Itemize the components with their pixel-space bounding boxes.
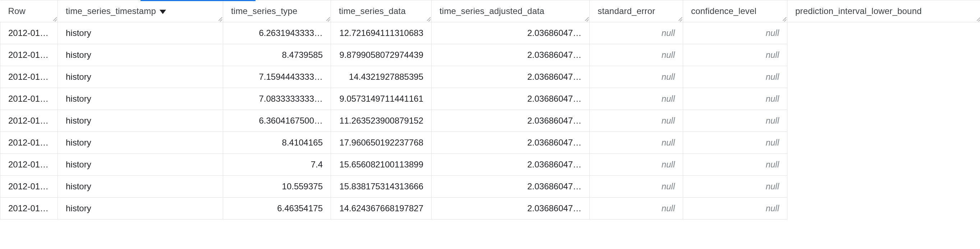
cell-time_series_adjusted_data: 9.0573149711441161 [331, 88, 431, 110]
cell-standard_error: 2.03686047… [431, 176, 590, 198]
column-resize-handle[interactable] [974, 15, 980, 21]
header-row: Rowtime_series_timestamptime_series_type… [0, 0, 980, 22]
cell-confidence_level: null [590, 110, 683, 132]
column-resize-handle[interactable] [676, 15, 682, 21]
cell-time_series_adjusted_data: 17.960650192237768 [331, 132, 431, 154]
column-resize-handle[interactable] [424, 15, 431, 21]
column-header-label: time_series_adjusted_data [439, 6, 544, 16]
cell-time_series_adjusted_data: 11.263523900879152 [331, 110, 431, 132]
table-row[interactable]: 52012-01-05 00:00:00 UTChistory6.3604167… [0, 110, 980, 132]
table-row[interactable]: 82012-01-08 00:00:00 UTChistory10.559375… [0, 176, 980, 198]
cell-time_series_timestamp: 2012-01-05 00:00:00 UTC [0, 110, 58, 132]
cell-value: history [66, 94, 91, 103]
null-value: null [766, 203, 779, 213]
cell-confidence_level: null [590, 154, 683, 176]
cell-value: 2.03686047… [527, 28, 581, 38]
cell-prediction_interval_lower_bound: null [683, 66, 788, 88]
cell-prediction_interval_lower_bound: null [683, 198, 788, 219]
null-value: null [766, 116, 779, 125]
column-header-time_series_timestamp[interactable]: time_series_timestamp [58, 0, 223, 22]
cell-value: 2.03686047… [527, 72, 581, 82]
null-value: null [662, 50, 675, 60]
cell-time_series_adjusted_data: 14.624367668197827 [331, 198, 431, 219]
cell-time_series_type: history [58, 176, 223, 198]
table-row[interactable]: 42012-01-04 00:00:00 UTChistory7.0833333… [0, 88, 980, 110]
cell-value: 9.8799058072974439 [339, 50, 423, 60]
cell-time_series_adjusted_data: 15.656082100113899 [331, 154, 431, 176]
cell-value: 2.03686047… [527, 181, 581, 191]
null-value: null [766, 72, 779, 82]
cell-time_series_adjusted_data: 14.4321927885395 [331, 66, 431, 88]
table-row[interactable]: 12012-01-01 00:00:00 UTChistory6.2631943… [0, 22, 980, 44]
null-value: null [766, 50, 779, 60]
cell-value: 6.3604167500… [259, 116, 323, 125]
cell-value: 14.4321927885395 [349, 72, 423, 82]
cell-standard_error: 2.03686047… [431, 154, 590, 176]
column-header-prediction_interval_lower_bound[interactable]: prediction_interval_lower_bound [788, 0, 980, 22]
cell-time_series_data: 7.4 [223, 154, 331, 176]
cell-standard_error: 2.03686047… [431, 88, 590, 110]
table-row[interactable]: 72012-01-07 00:00:00 UTChistory7.415.656… [0, 154, 980, 176]
column-resize-handle[interactable] [780, 15, 786, 21]
cell-time_series_timestamp: 2012-01-01 00:00:00 UTC [0, 22, 58, 44]
table-row[interactable]: 22012-01-02 00:00:00 UTChistory8.4739585… [0, 44, 980, 66]
cell-value: 6.46354175 [277, 203, 323, 213]
cell-time_series_timestamp: 2012-01-02 00:00:00 UTC [0, 44, 58, 66]
cell-time_series_data: 8.4739585 [223, 44, 331, 66]
cell-time_series_type: history [58, 44, 223, 66]
cell-prediction_interval_lower_bound: null [683, 154, 788, 176]
cell-value: history [66, 116, 91, 125]
cell-value: 2.03686047… [527, 203, 581, 213]
cell-time_series_data: 10.559375 [223, 176, 331, 198]
cell-value: 8.4739585 [282, 50, 323, 60]
cell-time_series_adjusted_data: 12.721694111310683 [331, 22, 431, 44]
column-header-confidence_level[interactable]: confidence_level [683, 0, 788, 22]
cell-value: history [66, 28, 91, 38]
cell-value: 17.960650192237768 [339, 138, 423, 147]
null-value: null [662, 116, 675, 125]
cell-value: 2012-01-01 00:00:00 UTC [8, 28, 58, 38]
column-header-time_series_type[interactable]: time_series_type [223, 0, 331, 22]
table-row[interactable]: 92012-01-09 00:00:00 UTChistory6.4635417… [0, 198, 980, 219]
cell-value: 2012-01-09 00:00:00 UTC [8, 203, 58, 213]
cell-time_series_timestamp: 2012-01-03 00:00:00 UTC [0, 66, 58, 88]
null-value: null [662, 94, 675, 103]
cell-value: 8.4104165 [282, 138, 323, 147]
null-value: null [766, 181, 779, 191]
column-header-standard_error[interactable]: standard_error [590, 0, 683, 22]
cell-value: 11.263523900879152 [339, 116, 423, 125]
results-table: Rowtime_series_timestamptime_series_type… [0, 0, 980, 219]
column-header-time_series_adjusted_data[interactable]: time_series_adjusted_data [431, 0, 590, 22]
column-header-label: confidence_level [691, 6, 756, 16]
column-header-label: time_series_data [339, 6, 406, 16]
cell-value: history [66, 72, 91, 82]
cell-value: 2012-01-04 00:00:00 UTC [8, 94, 58, 103]
table-row[interactable]: 32012-01-03 00:00:00 UTChistory7.1594443… [0, 66, 980, 88]
column-resize-handle[interactable] [582, 15, 589, 21]
column-header-time_series_data[interactable]: time_series_data [331, 0, 431, 22]
cell-time_series_adjusted_data: 15.838175314313666 [331, 176, 431, 198]
sort-descending-icon[interactable] [159, 10, 166, 14]
cell-standard_error: 2.03686047… [431, 22, 590, 44]
cell-value: 2012-01-05 00:00:00 UTC [8, 116, 58, 125]
cell-time_series_data: 7.1594443333… [223, 66, 331, 88]
column-resize-handle[interactable] [216, 15, 222, 21]
column-resize-handle[interactable] [50, 15, 57, 21]
cell-standard_error: 2.03686047… [431, 44, 590, 66]
column-header-row[interactable]: Row [0, 0, 58, 22]
cell-time_series_timestamp: 2012-01-07 00:00:00 UTC [0, 154, 58, 176]
cell-time_series_data: 7.0833333333… [223, 88, 331, 110]
cell-time_series_adjusted_data: 9.8799058072974439 [331, 44, 431, 66]
column-resize-handle[interactable] [323, 15, 330, 21]
table-header: Rowtime_series_timestamptime_series_type… [0, 0, 980, 22]
cell-time_series_data: 6.2631943333… [223, 22, 331, 44]
cell-value: 7.1594443333… [259, 72, 323, 82]
table-row[interactable]: 62012-01-06 00:00:00 UTChistory8.4104165… [0, 132, 980, 154]
null-value: null [662, 28, 675, 38]
cell-confidence_level: null [590, 44, 683, 66]
column-header-label: prediction_interval_lower_bound [795, 6, 922, 16]
cell-value: 2.03686047… [527, 138, 581, 147]
cell-confidence_level: null [590, 198, 683, 219]
cell-value: history [66, 203, 91, 213]
cell-time_series_type: history [58, 198, 223, 219]
